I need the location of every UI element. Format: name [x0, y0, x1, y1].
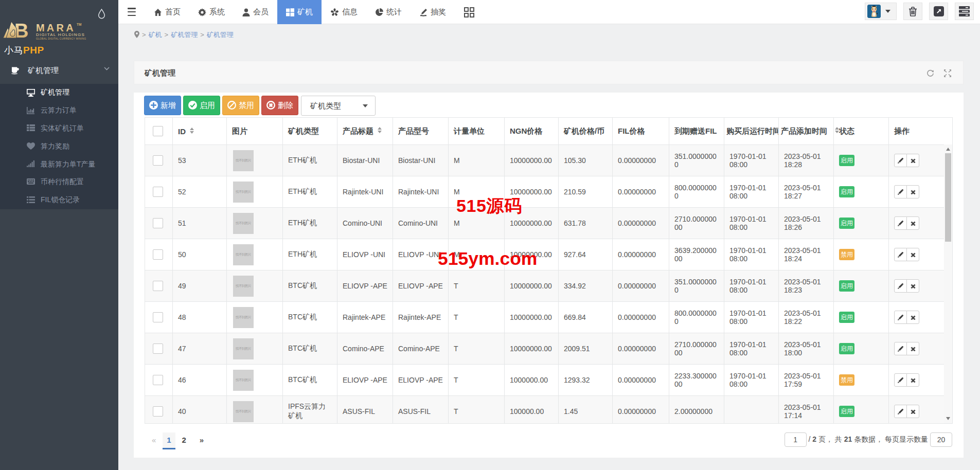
- svg-text:GLOBAL DIGITAL CURRENCY MINING: GLOBAL DIGITAL CURRENCY MINING: [36, 38, 86, 40]
- svg-text:DIGITAL HOLDINGS: DIGITAL HOLDINGS: [36, 32, 85, 37]
- svg-text:TM: TM: [77, 23, 81, 26]
